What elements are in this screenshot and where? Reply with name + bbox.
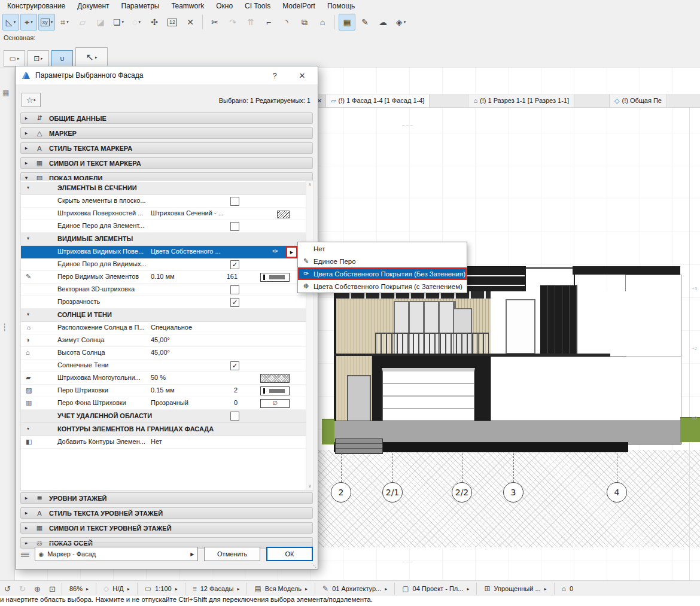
parameter-group-row[interactable]: ▾СОЛНЦЕ И ТЕНИ (21, 309, 306, 322)
close-button[interactable]: ✕ (295, 71, 309, 80)
revision-cloud-tool-button[interactable]: ☁ (375, 14, 391, 31)
help-button[interactable]: ? (269, 71, 281, 80)
cancel-button[interactable]: Отменить (204, 547, 260, 561)
checkbox[interactable] (230, 222, 239, 231)
section-story-symbol-text[interactable]: ▸▦СИМВОЛ И ТЕКСТ УРОВНЕЙ ЭТАЖЕЙ (20, 522, 313, 534)
arrow-select-mode-button[interactable]: ⊡▸ (28, 50, 49, 67)
stretch-tool-button[interactable]: ✕ (182, 14, 199, 31)
marquee-tool-button[interactable]: ⌖▾ (20, 14, 37, 31)
profile-tool-button[interactable]: ◌▾ (128, 14, 145, 31)
menu-item[interactable]: Конструирование (1, 0, 71, 12)
flyout-arrow-button[interactable]: ▶ (286, 246, 297, 258)
markup-tool-button[interactable]: ✎ (357, 14, 373, 31)
dropdown-item[interactable]: ❉Цвета Собственного Покрытия (с Затенени… (298, 280, 467, 293)
shadow-fill-preview[interactable] (260, 374, 290, 383)
left-toolbox-strip[interactable]: ▦ ┆ (0, 67, 15, 580)
parameter-row[interactable]: Штриховка Видимых Пове...Цвета Собственн… (21, 246, 306, 258)
menu-item[interactable]: Параметры (115, 0, 166, 12)
home-story-combo[interactable]: ⌂0 (556, 582, 579, 595)
parameter-row[interactable]: ✎Перо Видимых Элементов0.10 мм161 (21, 271, 306, 284)
menu-item[interactable]: Teamwork (166, 0, 211, 12)
section-general-data[interactable]: ▸⇵ОБЩИЕ ДАННЫЕ (20, 112, 313, 124)
pen-preview[interactable] (260, 386, 290, 395)
scroll-up-icon[interactable]: ∧ (306, 182, 314, 187)
checkbox[interactable]: ✓ (230, 298, 239, 307)
orientation-combo[interactable]: ◇Н/Д▸ (98, 582, 135, 595)
ok-button[interactable]: ОК (266, 547, 313, 561)
parameter-row[interactable]: Прозрачность✓ (21, 296, 306, 309)
parameter-row[interactable]: ⌂Высота Солнца45,00° (21, 347, 306, 360)
checkbox[interactable]: ✓ (230, 361, 239, 370)
parameter-row[interactable]: Единое Перо для Элемент... (21, 220, 306, 233)
pen-set-combo[interactable]: ✎01 Архитектур...▸ (317, 582, 392, 595)
arrow-tool-button[interactable]: ◺▾ (2, 14, 19, 31)
parameter-row[interactable]: Скрыть элементы в плоско... (21, 195, 306, 208)
renovation-filter-combo[interactable]: ⊞Упрощенный ...▸ (479, 582, 552, 595)
favorites-button[interactable]: ☆ ▸ (22, 93, 41, 107)
section-story-levels[interactable]: ▸≣УРОВНИ ЭТАЖЕЙ (20, 492, 313, 504)
resize-grip[interactable]: ⋱ (311, 562, 316, 568)
resize-tool-button[interactable]: ⧉ (296, 14, 313, 31)
parameter-group-row[interactable]: ▾ЭЛЕМЕНТЫ В СЕЧЕНИИ (21, 182, 306, 195)
menu-item[interactable]: Окно (210, 0, 239, 12)
plane-tool-button[interactable]: ▱ (74, 14, 91, 31)
layer-combo[interactable]: ◉ Маркер - Фасад ▶ (35, 547, 199, 561)
parameter-group-row[interactable]: ▾ВИДИМЫЕ ЭЛЕМЕНТЫ (21, 233, 306, 246)
back-button[interactable]: ↺ (0, 584, 15, 593)
checkbox[interactable]: ✓ (230, 260, 239, 269)
section-marker-text-style[interactable]: ▸AСТИЛЬ ТЕКСТА МАРКЕРА (20, 142, 313, 154)
parameter-group-row[interactable]: УЧЕТ УДАЛЕННОЙ ОБЛАСТИ (21, 410, 306, 423)
grid-snap-tool-button[interactable]: ⌗▾ (56, 14, 73, 31)
marquee-mode-button[interactable]: ▭▸ (4, 50, 25, 67)
align-tool-button[interactable]: ⇈ (242, 14, 259, 31)
magnet-toggle-button[interactable]: ∪ (51, 50, 73, 67)
checkbox[interactable] (230, 197, 239, 206)
section-story-text-style[interactable]: ▸AСТИЛЬ ТЕКСТА УРОВНЕЙ ЭТАЖЕЙ (20, 507, 313, 519)
layer-indicator-combo[interactable]: ≡12 Фасады▸ (187, 582, 245, 595)
dropdown-item[interactable]: ✑Цвета Собственного Покрытия (Без Затене… (298, 267, 467, 280)
fillet-tool-button[interactable]: ◝ (278, 14, 295, 31)
adjust-tool-button[interactable]: ↷ (224, 14, 241, 31)
menu-item[interactable]: Помощь (321, 0, 361, 12)
parameter-row[interactable]: Векторная 3D-штриховка (21, 284, 306, 296)
pen-preview[interactable] (260, 273, 290, 282)
cutaway-tool-button[interactable]: ◈▾ (392, 14, 409, 31)
dropdown-item[interactable]: ✎Единое Перо (298, 255, 467, 267)
parameter-row[interactable]: Штриховка Поверхностей ...Штриховка Сече… (21, 208, 306, 220)
panel-scrollbar[interactable]: ∧ ∨ (306, 181, 314, 490)
tab-elevation[interactable]: ▱(!) 1 Фасад 1-4 [1 Фасад 1-4] (325, 95, 430, 107)
survey-tool-button[interactable]: 12 (164, 14, 181, 31)
transform-tool-button[interactable]: ✣ (146, 14, 163, 31)
explode-tool-button[interactable]: ⌂ (314, 14, 331, 31)
menu-item[interactable]: ModelPort (276, 0, 321, 12)
parameter-row[interactable]: ▨Перо Штриховки0.15 мм2 (21, 385, 306, 397)
parameter-row[interactable]: ◑Азимут Солнца45,00° (21, 334, 306, 347)
checkbox[interactable] (230, 285, 239, 294)
menu-item[interactable]: Документ (71, 0, 115, 12)
corner-tool-button[interactable]: ⌐ (260, 14, 277, 31)
parameter-row[interactable]: ☼Расположение Солнца в П...Специальное (21, 322, 306, 334)
zoom-level-combo[interactable]: 86%▸ (64, 582, 94, 595)
coordinate-tool-button[interactable]: xy▾ (38, 14, 55, 31)
trim-tool-button[interactable]: ✂ (206, 14, 223, 31)
zoom-in-button[interactable]: ⊕ (30, 584, 45, 593)
toolbox-grid-icon[interactable]: ▦ (2, 89, 9, 97)
parameter-row[interactable]: ▰Штриховка Многоугольни...50 % (21, 372, 306, 385)
frame-tool-button[interactable]: ❏▾ (110, 14, 127, 31)
forward-button[interactable]: ↻ (15, 584, 30, 593)
parameter-row[interactable]: ▥Перо Фона ШтриховкиПрозрачный0∅ (21, 397, 306, 410)
tab-3d[interactable]: ◇(!) Общая Пе (609, 95, 667, 107)
toolbox-line-icon[interactable]: ┆ (2, 323, 7, 331)
checkbox[interactable] (230, 412, 239, 421)
cursor-tool-button[interactable]: ↖▸ (75, 47, 108, 67)
parameter-row[interactable]: ◧Добавить Контуры Элемен...Нет (21, 436, 306, 449)
dropdown-item[interactable]: Нет (298, 242, 467, 255)
partial-structure-combo[interactable]: ▤Вся Модель▸ (249, 582, 313, 595)
model-view-options-combo[interactable]: ▢04 Проект - Пл...▸ (397, 582, 474, 595)
fit-in-window-button[interactable]: ⊡ (45, 584, 60, 593)
parameter-row[interactable]: Солнечные Тени✓ (21, 360, 306, 372)
tab-section[interactable]: ⌂(!) 1 Разрез 1-1 [1 Разрез 1-1] (468, 95, 574, 107)
parameter-row[interactable]: Единое Перо для Видимых...✓ (21, 258, 306, 271)
page-tool-button[interactable]: ◪ (92, 14, 109, 31)
scale-combo[interactable]: ▭1:100▸ (139, 582, 183, 595)
